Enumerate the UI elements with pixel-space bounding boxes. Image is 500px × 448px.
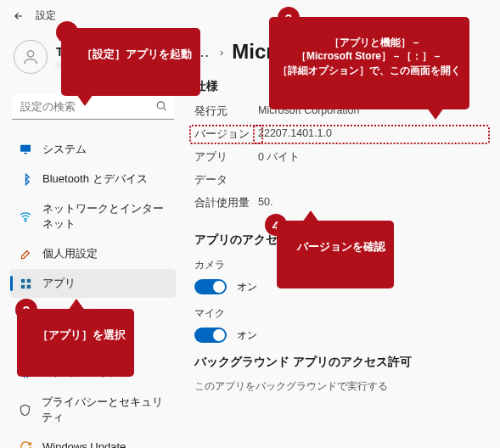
spec-data-label: データ [194,173,258,188]
shield-icon [19,403,31,417]
svg-rect-7 [20,284,24,288]
callout-4-bubble: バージョンを確認 [277,221,394,288]
callout-3-text: ［アプリと機能］－ ［Microsoft Store］－［：］－ ［詳細オプショ… [278,36,461,76]
spec-version-label: バージョン [189,125,263,144]
callout-2: 2 ［アプリ］を選択 [17,309,134,377]
svg-point-0 [27,51,33,57]
spec-data-value [258,173,485,188]
sidebar-item-label: Bluetooth とデバイス [42,171,148,187]
toggle-camera[interactable] [194,279,227,294]
sidebar-item-label: ネットワークとインターネット [42,201,167,232]
svg-rect-8 [26,284,30,288]
titlebar-title: 設定 [36,8,56,23]
apps-icon [19,277,32,290]
background-description: このアプリをバックグラウンドで実行する [194,380,485,393]
callout-1-text: ［設定］アプリを起動 [81,48,192,60]
spec-table: 発行元 Microsoft Corporation バージョン 22207.14… [194,104,485,210]
svg-point-4 [25,221,25,221]
callout-1: 1 ［設定］アプリを起動 [61,28,200,96]
svg-rect-5 [20,278,24,282]
sidebar-item-bluetooth[interactable]: Bluetooth とデバイス [10,165,176,193]
spec-total-value: 50. [258,196,485,210]
sidebar-item-label: Windows Update [42,440,126,449]
callout-2-text: ［アプリ］を選択 [37,329,126,341]
avatar [14,40,48,74]
sidebar-item-apps[interactable]: アプリ [10,269,176,298]
permission-mic: マイク オン [194,306,485,343]
spec-version-value: 22207.1401.1.0 [253,125,490,144]
svg-point-1 [157,102,164,109]
callout-2-bubble: ［アプリ］を選択 [17,309,134,377]
svg-rect-6 [26,278,30,282]
brush-icon [19,247,32,260]
sidebar-item-label: 個人用設定 [42,246,98,261]
callout-3: 3 ［アプリと機能］－ ［Microsoft Store］－［：］－ ［詳細オプ… [269,17,469,109]
display-icon [19,143,32,156]
callout-4: 4 バージョンを確認 [277,221,394,288]
sidebar-item-privacy[interactable]: プライバシーとセキュリティ [10,388,176,432]
permission-mic-state: オン [237,328,257,343]
toggle-mic[interactable] [194,328,227,343]
chevron-right-icon: › [220,46,223,59]
update-icon [19,440,32,448]
sidebar-item-label: プライバシーとセキュリティ [42,395,167,425]
back-icon[interactable] [12,9,25,23]
sidebar-item-network[interactable]: ネットワークとインターネット [10,194,176,238]
nav: システム Bluetooth とデバイス ネットワークとインターネット 個人用設… [10,135,176,448]
search-icon [155,100,167,115]
bluetooth-icon [19,172,32,186]
sidebar-item-label: システム [42,142,87,157]
spec-total-label: 合計使用量 [194,196,258,210]
callout-3-bubble: ［アプリと機能］－ ［Microsoft Store］－［：］－ ［詳細オプショ… [269,17,469,109]
sidebar-item-personalization[interactable]: 個人用設定 [10,239,176,268]
permission-mic-label: マイク [194,306,485,321]
callout-4-text: バージョンを確認 [297,241,385,253]
spec-app-label: アプリ [194,150,258,165]
background-heading: バックグラウンド アプリのアクセス許可 [194,355,485,370]
svg-rect-2 [20,145,31,152]
sidebar-item-system[interactable]: システム [10,135,176,164]
callout-1-bubble: ［設定］アプリを起動 [61,28,200,96]
spec-app-value: 0 バイト [258,150,485,165]
sidebar-item-label: アプリ [42,276,76,291]
svg-rect-3 [24,153,27,154]
sidebar-item-windows-update[interactable]: Windows Update [10,433,176,448]
permission-camera-state: オン [237,280,257,294]
spec-publisher-label: 発行元 [194,104,258,119]
wifi-icon [19,210,32,223]
